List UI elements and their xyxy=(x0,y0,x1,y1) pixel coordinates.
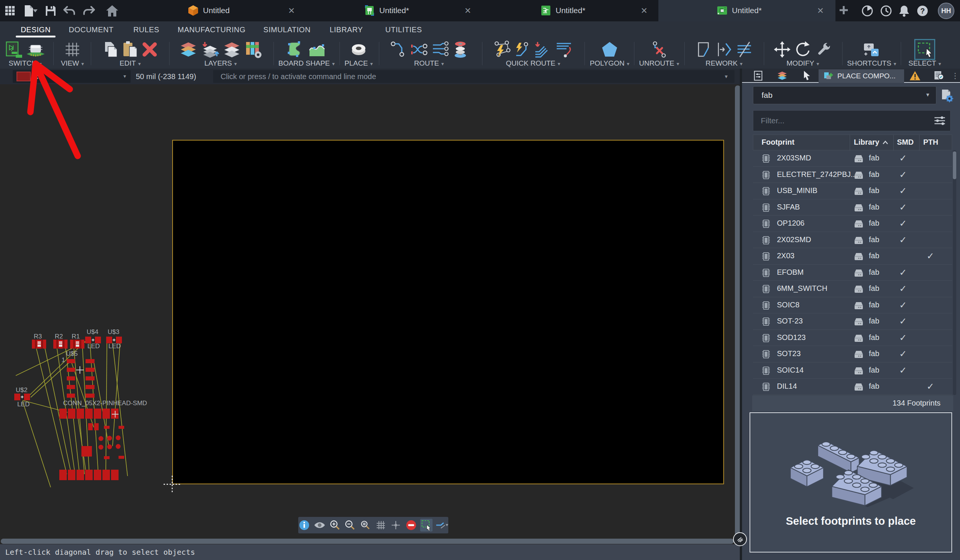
apps-grid-icon[interactable] xyxy=(4,5,16,17)
menu-design[interactable]: DESIGN xyxy=(21,26,51,34)
toolbar-group-rework-label[interactable]: REWORK▾ xyxy=(688,59,760,67)
footprint-row[interactable]: USB_MINIBfab✓ xyxy=(753,183,952,199)
swap-route-icon[interactable] xyxy=(410,40,429,59)
tab-document-4-active[interactable]: Untitled* ✕ xyxy=(658,0,835,21)
warning-icon[interactable] xyxy=(909,70,921,81)
filter-sliders-icon[interactable] xyxy=(934,115,946,128)
extensions-icon[interactable] xyxy=(861,5,874,17)
zoom-out-icon[interactable] xyxy=(344,519,357,531)
header-smd[interactable]: SMD xyxy=(897,138,914,147)
layer-order-icon[interactable] xyxy=(200,40,220,59)
zoom-fit-icon[interactable] xyxy=(359,519,372,531)
via-stack-icon[interactable] xyxy=(452,40,469,59)
reshape-icon[interactable] xyxy=(695,40,713,59)
select-icon[interactable] xyxy=(914,39,935,60)
board-outline-icon[interactable] xyxy=(286,40,305,59)
extend-icon[interactable] xyxy=(715,40,733,59)
toolbar-group-route-label[interactable]: ROUTE▾ xyxy=(381,59,477,67)
board-curve-icon[interactable] xyxy=(308,40,326,59)
slice-icon[interactable] xyxy=(735,40,753,59)
flatten-layers-icon[interactable] xyxy=(222,40,241,59)
stop-drc-icon[interactable] xyxy=(405,519,418,531)
undo-icon[interactable] xyxy=(63,5,76,17)
info-icon[interactable] xyxy=(298,519,310,531)
file-menu-caret-icon[interactable] xyxy=(32,5,38,17)
origin-crosshair-icon[interactable] xyxy=(390,519,402,531)
recent-clock-icon[interactable] xyxy=(880,5,892,17)
drc-check-icon[interactable] xyxy=(933,70,945,81)
footprint-row[interactable]: SOT23fab✓ xyxy=(753,346,952,362)
close-icon[interactable]: ✕ xyxy=(286,5,297,16)
toolbar-group-view-label[interactable]: VIEW▾ xyxy=(58,59,86,67)
unroute-icon[interactable] xyxy=(651,40,668,59)
quick-route-icon[interactable] xyxy=(493,40,511,59)
toolbar-group-modify-label[interactable]: MODIFY▾ xyxy=(767,59,838,67)
toolbar-group-quick-route-label[interactable]: QUICK ROUTE▾ xyxy=(485,59,581,67)
library-dropdown[interactable]: fab ▾ xyxy=(753,86,936,104)
home-icon[interactable] xyxy=(106,5,118,17)
tab-place-components[interactable]: PLACE COMPO... xyxy=(819,69,904,83)
footprint-row[interactable]: EFOBMfab✓ xyxy=(753,265,952,281)
toolbar-group-edit-label[interactable]: EDIT▾ xyxy=(94,59,166,67)
toolbar-group-place-label[interactable]: PLACE▾ xyxy=(341,59,376,67)
library-manager-icon[interactable] xyxy=(940,89,954,102)
avatar[interactable]: HH xyxy=(938,3,954,19)
footprint-list-scrollbar-thumb[interactable] xyxy=(953,152,956,179)
menu-simulation[interactable]: SIMULATION xyxy=(263,26,310,34)
footprint-row[interactable]: DIL14fab✓ xyxy=(753,378,952,395)
menu-utilities[interactable]: UTILITIES xyxy=(385,26,422,34)
tab-document-3[interactable]: Untitled* ✕ xyxy=(482,0,659,21)
box-select-icon[interactable] xyxy=(420,519,432,531)
menu-rules[interactable]: RULES xyxy=(133,26,159,34)
layer-settings-icon[interactable] xyxy=(244,40,262,59)
command-line-input[interactable] xyxy=(213,70,734,83)
route-style-icon[interactable] xyxy=(435,519,448,531)
footprint-row[interactable]: SJFABfab✓ xyxy=(753,199,952,216)
via-icon[interactable] xyxy=(349,40,368,59)
footprint-list-scrollbar[interactable] xyxy=(953,150,956,395)
notifications-bell-icon[interactable] xyxy=(898,5,910,17)
copy-icon[interactable] xyxy=(102,40,119,59)
polygon-icon[interactable] xyxy=(601,40,619,59)
move-icon[interactable] xyxy=(773,40,791,59)
header-footprint[interactable]: Footprint xyxy=(762,138,795,147)
panel-settings-icon[interactable] xyxy=(752,70,764,81)
redo-icon[interactable] xyxy=(83,5,95,17)
close-icon[interactable]: ✕ xyxy=(462,5,473,16)
help-icon[interactable]: ? xyxy=(917,5,928,17)
panel-layers-icon[interactable] xyxy=(776,70,788,81)
menu-manufacturing[interactable]: MANUFACTURING xyxy=(178,26,246,34)
shortcuts-icon[interactable] xyxy=(862,40,881,59)
layer-dropdown[interactable]: ct ▾ xyxy=(13,70,131,83)
bundle-route-icon[interactable] xyxy=(533,40,552,59)
rotate-icon[interactable] xyxy=(794,40,812,59)
zoom-in-icon[interactable] xyxy=(329,519,341,531)
delete-icon[interactable] xyxy=(141,41,158,58)
pcb-canvas[interactable]: R3 R2 R1 U$4 U$3 U$5 U$2 LED LED LED 1 C… xyxy=(0,85,740,539)
header-library[interactable]: Library xyxy=(854,138,879,147)
footprint-row[interactable]: OP1206fab✓ xyxy=(753,215,952,232)
grid-view-icon[interactable] xyxy=(63,40,82,59)
toolbar-group-switch-label[interactable]: SWITCH▾ xyxy=(2,59,48,67)
quick-trace-icon[interactable] xyxy=(514,40,530,59)
visibility-eye-icon[interactable] xyxy=(314,519,326,531)
filter-input[interactable] xyxy=(753,110,950,131)
canvas-resize-grip[interactable] xyxy=(733,532,747,546)
toolbar-group-select-label[interactable]: SELECT▾ xyxy=(908,59,942,67)
close-icon[interactable]: ✕ xyxy=(815,5,826,16)
tab-document-2[interactable]: Untitled* ✕ xyxy=(306,0,483,21)
footprint-row[interactable]: 2X03SMDfab✓ xyxy=(753,150,952,167)
toolbar-group-shortcuts-label[interactable]: SHORTCUTS▾ xyxy=(847,59,896,67)
footprint-row[interactable]: 2X02SMDfab✓ xyxy=(753,232,952,249)
footprint-row[interactable]: SOIC14fab✓ xyxy=(753,362,952,379)
panel-cursor-icon[interactable] xyxy=(801,70,813,81)
header-pth[interactable]: PTH xyxy=(923,138,938,147)
followme-route-icon[interactable] xyxy=(554,40,573,59)
menu-document[interactable]: DOCUMENT xyxy=(69,26,114,34)
close-icon[interactable]: ✕ xyxy=(639,5,650,16)
kebab-menu-icon[interactable]: ⋮ xyxy=(952,70,958,81)
add-tab-icon[interactable] xyxy=(837,4,850,16)
toolbar-group-unroute-label[interactable]: UNROUTE▾ xyxy=(638,59,680,67)
toolbar-group-layers-label[interactable]: LAYERS▾ xyxy=(173,59,268,67)
fanout-icon[interactable] xyxy=(431,40,450,59)
